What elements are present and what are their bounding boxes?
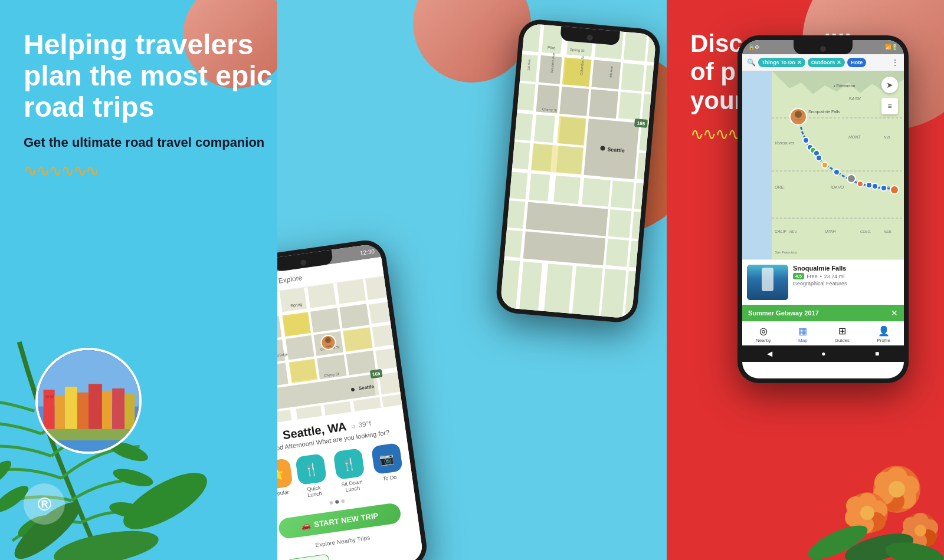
quick-lunch-icon[interactable]: 🍴 Quick Lunch	[295, 453, 329, 499]
search-placeholder-text: Search & Explore	[277, 274, 303, 289]
svg-rect-75	[562, 57, 592, 87]
nav-profile[interactable]: 👤 Profile	[877, 325, 890, 343]
nav-nearby[interactable]: ◎ Nearby	[756, 325, 771, 343]
distance-text: 23.74 mi	[824, 274, 845, 279]
sit-down-lunch-icon[interactable]: 🍴 Sit Down Lunch	[329, 447, 371, 495]
things-to-do-icon-circle: 📷	[371, 443, 403, 475]
car-icon: 🚗	[301, 521, 312, 531]
svg-point-158	[795, 111, 802, 118]
svg-text:Vancouver: Vancouver	[775, 141, 795, 145]
svg-point-2	[0, 456, 15, 493]
svg-text:ORE.: ORE.	[775, 185, 785, 189]
rating-row: 4.5 Free • 23.74 mi	[793, 273, 899, 279]
svg-point-148	[816, 155, 822, 161]
search-icon-phone3: 🔍	[747, 58, 756, 67]
svg-rect-16	[88, 384, 102, 434]
guides-nav-label: Guides	[835, 338, 850, 343]
phone-3-wrapper: 🔒⚙ 1:18 📶🔋 🔍 Things To Do ✕ Outdoors ✕	[738, 35, 909, 383]
nav-map[interactable]: ▦ Map	[798, 325, 808, 343]
status-battery: 📶🔋	[885, 44, 898, 50]
filter-things-close[interactable]: ✕	[797, 60, 802, 65]
category-text: Geographical Features	[793, 281, 899, 286]
filter-outdoors[interactable]: Outdoors ✕	[808, 58, 845, 67]
deco-circle-mid-top	[413, 0, 531, 83]
android-home[interactable]: ●	[821, 350, 825, 358]
dot-3	[341, 499, 345, 503]
svg-text:NEB.: NEB.	[884, 230, 892, 233]
filter-hotels[interactable]: Hote	[847, 58, 866, 67]
location-card-info: Snoqualmie Falls 4.5 Free • 23.74 mi Geo…	[793, 265, 899, 300]
popular-icon[interactable]: ⭐ Popular	[277, 458, 295, 504]
quick-lunch-icon-circle: 🍴	[295, 453, 327, 485]
left-text-block: Helping travelers plan the most epic roa…	[24, 29, 277, 180]
svg-text:CALIF: CALIF	[775, 229, 787, 233]
svg-rect-23	[38, 440, 139, 452]
svg-point-102	[889, 481, 905, 498]
filter-outdoors-close[interactable]: ✕	[837, 60, 841, 65]
nearby-nav-label: Nearby	[756, 338, 771, 343]
phone-1-map: 165 Pike Spring West Edge Columbia St Ch…	[277, 276, 402, 427]
quick-lunch-label: Quick Lunch	[299, 483, 329, 499]
svg-rect-19	[124, 394, 135, 435]
svg-rect-78	[592, 60, 621, 90]
phone-1-wrapper: 12:30 🔍 Search & Explore	[277, 238, 430, 560]
phone-3: 🔒⚙ 1:18 📶🔋 🔍 Things To Do ✕ Outdoors ✕	[738, 35, 909, 383]
svg-text:UTAH: UTAH	[825, 229, 836, 233]
compass-button[interactable]: ➤	[881, 77, 898, 93]
trip-name-text: Summer Getaway 2017	[748, 309, 819, 317]
location-name: Snoqualmie Falls	[793, 265, 899, 272]
android-back[interactable]: ◀	[767, 350, 772, 358]
phone-1-city-info: Seattle, WA ☼ 39°f Good Afternoon! What …	[277, 405, 424, 560]
svg-text:165: 165	[637, 120, 645, 126]
map-menu-button[interactable]: ≡	[881, 98, 898, 114]
phone-3-filter-bar[interactable]: 🔍 Things To Do ✕ Outdoors ✕ Hote ⋮	[742, 54, 904, 71]
trip-guide-badge[interactable]: Trip Guide	[287, 554, 330, 560]
things-to-do-label: To Do	[382, 474, 397, 482]
svg-rect-39	[286, 335, 314, 360]
dot-2	[335, 500, 339, 504]
svg-text:MONT: MONT	[848, 135, 861, 139]
svg-point-110	[860, 506, 874, 520]
more-options-icon[interactable]: ⋮	[891, 58, 899, 67]
svg-text:IDAHO: IDAHO	[831, 185, 844, 189]
sub-headline: Get the ultimate road travel companion	[24, 134, 277, 151]
city-photo-circle	[35, 348, 142, 454]
temperature: ☼ 39°f	[349, 419, 371, 430]
android-nav-bar: ◀ ● ■	[742, 345, 904, 362]
svg-text:San Francisco: San Francisco	[775, 251, 798, 254]
svg-point-155	[881, 185, 887, 191]
svg-rect-14	[65, 387, 77, 434]
sit-down-lunch-icon-circle: 🍴	[333, 448, 365, 480]
svg-text:NEV.: NEV.	[789, 230, 798, 233]
svg-point-5	[112, 465, 155, 489]
svg-text:N.D.: N.D.	[884, 136, 891, 139]
svg-point-151	[847, 174, 856, 183]
status-icons-left: 🔒⚙	[748, 44, 759, 50]
guides-nav-icon: ⊞	[838, 325, 846, 337]
trip-close-icon[interactable]: ✕	[891, 308, 898, 318]
brand-logo: ®	[24, 483, 65, 525]
things-to-do-icon[interactable]: 📷 To Do	[371, 443, 405, 489]
phone-2-screen: Pike Spring St 1st Ave Western Ave Colum…	[500, 23, 656, 319]
android-recents[interactable]: ■	[875, 350, 879, 358]
trip-name-bar[interactable]: Summer Getaway 2017 ✕	[742, 305, 904, 321]
filter-things-to-do[interactable]: Things To Do ✕	[758, 58, 805, 67]
svg-point-154	[872, 183, 878, 189]
middle-panel: 12:30 🔍 Search & Explore	[277, 0, 667, 560]
svg-text:COLO.: COLO.	[860, 230, 871, 233]
svg-rect-45	[343, 327, 373, 352]
svg-rect-17	[102, 391, 112, 435]
svg-rect-76	[559, 87, 589, 116]
logo-letter: ®	[37, 493, 51, 515]
location-card[interactable]: Snoqualmie Falls 4.5 Free • 23.74 mi Geo…	[742, 259, 904, 305]
bottom-navigation: ◎ Nearby ▦ Map ⊞ Guides 👤 Profile	[742, 321, 904, 345]
svg-rect-77	[557, 116, 586, 146]
phone-2: Pike Spring St 1st Ave Western Ave Colum…	[495, 18, 662, 324]
svg-rect-40	[289, 358, 318, 383]
svg-point-118	[914, 525, 926, 536]
location-card-image	[747, 265, 788, 300]
dot-1	[329, 501, 333, 505]
phone-1: 12:30 🔍 Search & Explore	[277, 238, 430, 560]
svg-text:SASK: SASK	[848, 96, 861, 101]
nav-guides[interactable]: ⊞ Guides	[835, 325, 850, 343]
